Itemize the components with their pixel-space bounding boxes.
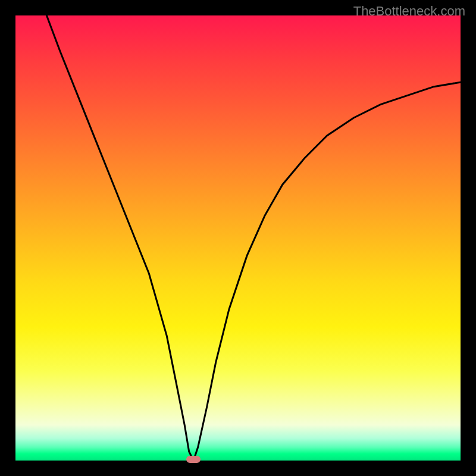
bottleneck-curve [46,15,461,461]
curve-svg [15,15,461,461]
plot-area [15,15,461,461]
watermark-text: TheBottleneck.com [353,4,465,19]
minimum-marker [186,456,201,463]
